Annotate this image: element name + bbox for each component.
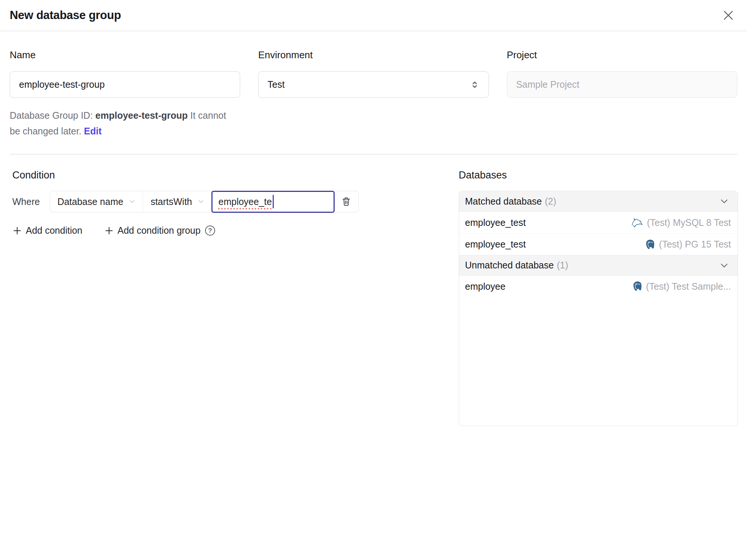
mysql-icon bbox=[631, 218, 643, 227]
database-instance: (Test) PG 15 Test bbox=[645, 239, 731, 250]
help-icon[interactable]: ? bbox=[205, 225, 215, 236]
id-note-prefix: Database Group ID: bbox=[10, 110, 95, 121]
matched-database-count: (2) bbox=[545, 196, 557, 206]
database-instance-label: (Test) MySQL 8 Test bbox=[647, 217, 731, 228]
id-note-id: employee-test-group bbox=[95, 110, 187, 121]
condition-field-value: Database name bbox=[58, 196, 124, 207]
condition-actions: Add condition Add condition group ? bbox=[12, 225, 441, 236]
unmatched-database-count: (1) bbox=[557, 260, 568, 270]
name-field-group: Name Database Group ID: employee-test-gr… bbox=[10, 49, 240, 139]
database-instance: (Test) MySQL 8 Test bbox=[631, 217, 731, 228]
condition-operator-select[interactable]: startsWith bbox=[143, 191, 212, 212]
add-condition-label: Add condition bbox=[26, 225, 83, 236]
condition-value-text: employee_te bbox=[218, 196, 272, 207]
dialog-header: New database group bbox=[0, 0, 747, 31]
databases-heading: Databases bbox=[459, 169, 738, 181]
add-condition-group-button[interactable]: Add condition group ? bbox=[104, 225, 215, 236]
close-button[interactable] bbox=[721, 8, 736, 23]
project-value: Sample Project bbox=[516, 79, 580, 90]
condition-operator-value: startsWith bbox=[151, 196, 192, 207]
add-condition-group-label: Add condition group bbox=[118, 225, 201, 236]
environment-selected-value: Test bbox=[267, 79, 285, 90]
database-name: employee_test bbox=[465, 239, 526, 250]
where-label: Where bbox=[12, 196, 40, 207]
chevron-down-icon bbox=[719, 260, 729, 271]
chevron-down-icon bbox=[128, 198, 136, 205]
database-row[interactable]: employee_test (Test) PG 15 Test bbox=[459, 233, 738, 255]
databases-section: Databases Matched database(2) employee_t… bbox=[459, 169, 738, 426]
database-name: employee bbox=[465, 281, 505, 292]
project-label: Project bbox=[507, 49, 737, 61]
database-row[interactable]: employee (Test) Test Sample... bbox=[459, 276, 738, 297]
environment-label: Environment bbox=[258, 49, 489, 61]
name-input[interactable] bbox=[10, 71, 240, 98]
matched-database-title: Matched database(2) bbox=[465, 196, 556, 207]
plus-icon bbox=[104, 226, 114, 236]
matched-database-label: Matched database bbox=[465, 196, 542, 206]
matched-database-header[interactable]: Matched database(2) bbox=[459, 191, 738, 212]
databases-panel: Matched database(2) employee_test bbox=[459, 191, 738, 426]
form-row: Name Database Group ID: employee-test-gr… bbox=[0, 31, 747, 139]
unmatched-database-label: Unmatched database bbox=[465, 260, 554, 270]
group-id-note: Database Group ID: employee-test-group I… bbox=[10, 108, 234, 139]
edit-id-link[interactable]: Edit bbox=[84, 126, 102, 136]
plus-icon bbox=[12, 226, 22, 236]
environment-field-group: Environment Test bbox=[258, 49, 489, 139]
chevron-up-down-icon bbox=[470, 80, 480, 90]
close-icon bbox=[722, 9, 734, 21]
condition-value-input[interactable]: employee_te bbox=[211, 191, 335, 213]
trash-icon bbox=[341, 196, 351, 207]
chevron-down-icon bbox=[719, 196, 729, 206]
add-condition-button[interactable]: Add condition bbox=[12, 225, 83, 236]
postgresql-icon bbox=[645, 239, 655, 250]
bottom-section: Condition Where Database name startsWith bbox=[0, 155, 747, 426]
text-cursor bbox=[273, 195, 274, 208]
database-instance-label: (Test) Test Sample... bbox=[646, 281, 731, 292]
delete-condition-button[interactable] bbox=[334, 191, 359, 212]
unmatched-database-title: Unmatched database(1) bbox=[465, 260, 568, 271]
dialog-title: New database group bbox=[10, 9, 121, 22]
database-row[interactable]: employee_test (Test) MySQL 8 Test bbox=[459, 212, 738, 233]
database-instance-label: (Test) PG 15 Test bbox=[659, 239, 731, 250]
chevron-down-icon bbox=[197, 198, 205, 205]
condition-section: Condition Where Database name startsWith bbox=[10, 169, 441, 236]
condition-field-select[interactable]: Database name bbox=[50, 191, 143, 212]
name-label: Name bbox=[10, 49, 240, 61]
condition-heading: Condition bbox=[12, 169, 441, 181]
unmatched-database-header[interactable]: Unmatched database(1) bbox=[459, 255, 738, 276]
condition-row: Where Database name startsWith employee_… bbox=[12, 191, 441, 212]
environment-select[interactable]: Test bbox=[258, 71, 489, 98]
condition-expression-group: Database name startsWith employee_te bbox=[50, 191, 359, 212]
project-input: Sample Project bbox=[507, 71, 737, 98]
database-name: employee_test bbox=[465, 217, 526, 228]
project-field-group: Project Sample Project bbox=[507, 49, 737, 139]
postgresql-icon bbox=[632, 281, 642, 292]
database-instance: (Test) Test Sample... bbox=[632, 281, 731, 292]
